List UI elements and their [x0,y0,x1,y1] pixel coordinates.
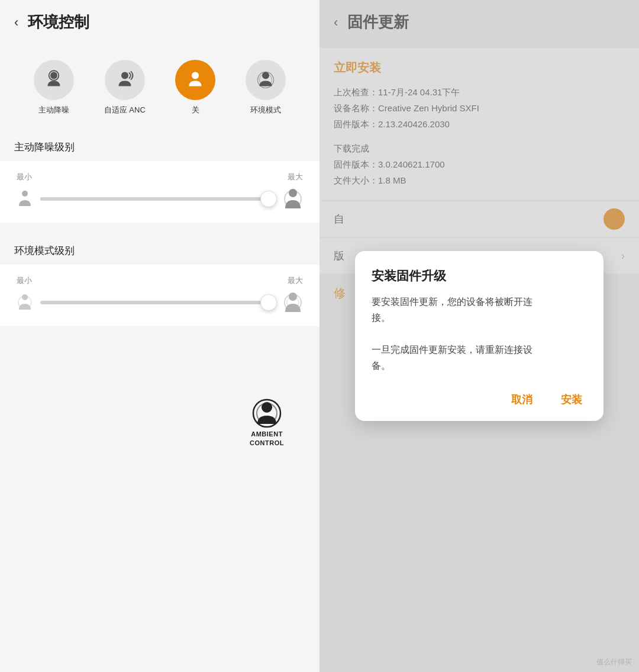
ambient-slider-section: 最小 最大 [0,265,320,326]
mode-adaptive-label: 自适应 ANC [104,105,146,115]
dialog-body: 要安装固件更新，您的设备将被断开连 接。 一旦完成固件更新安装，请重新连接设 备… [372,294,587,374]
svg-point-10 [22,294,28,300]
ambient-slider-thumb[interactable] [260,294,277,311]
dialog-title: 安装固件升级 [372,268,587,284]
anc-slider-section: 最小 最大 [0,161,320,223]
mode-adaptive[interactable]: 自适应 ANC [104,60,146,115]
left-panel: ‹ 环境控制 主动降噪 [0,0,320,672]
ambient-min-label: 最小 [17,275,32,286]
off-icon [185,69,206,91]
ambient-section-title: 环境模式级别 [0,232,320,265]
ambient-slider-left-icon [17,293,33,312]
ambient-minmax: 最小 最大 [17,275,303,286]
ambient-slider-right-icon [283,292,303,313]
left-back-button[interactable]: ‹ [14,15,18,30]
mode-ambient-circle[interactable] [246,60,286,100]
mode-off[interactable]: 关 [175,60,215,115]
dialog-body-line1: 要安装固件更新，您的设备将被断开连 [372,297,532,307]
dialog-actions: 取消 安装 [372,390,587,409]
ambient-max-label: 最大 [288,275,303,286]
svg-point-0 [50,72,57,79]
mode-ambient[interactable]: 环境模式 [246,60,286,115]
right-panel: ‹ 固件更新 立即安装 上次检查：11-7月-24 04.31下午 设备名称：C… [320,0,639,672]
mode-off-label: 关 [192,105,199,115]
dialog-overlay: 安装固件升级 要安装固件更新，您的设备将被断开连 接。 一旦完成固件更新安装，请… [320,0,639,672]
anc-icon [43,69,64,91]
anc-slider-right-icon [283,188,303,210]
left-bottom-empty [0,327,320,672]
anc-slider-left-icon [17,189,33,208]
anc-slider-row [17,188,303,210]
ambient-slider-track[interactable] [40,301,276,304]
firmware-dialog: 安装固件升级 要安装固件更新，您的设备将被断开连 接。 一旦完成固件更新安装，请… [355,251,604,422]
dialog-install-button[interactable]: 安装 [556,390,587,409]
left-header: ‹ 环境控制 [0,0,320,42]
svg-point-2 [121,72,128,79]
dialog-body-line5: 备。 [372,361,390,371]
ambient-mode-icon [255,69,276,91]
dialog-cancel-button[interactable]: 取消 [506,390,537,409]
anc-section-title: 主动降噪级别 [0,128,320,161]
left-title: 环境控制 [28,12,89,33]
dialog-body-line4: 一旦完成固件更新安装，请重新连接设 [372,345,532,355]
mode-anc-circle[interactable] [34,60,74,100]
mode-off-circle[interactable] [175,60,215,100]
anc-slider-thumb[interactable] [260,191,277,207]
mode-selector: 主动降噪 自适应 ANC 关 [9,48,310,120]
mode-adaptive-circle[interactable] [105,60,145,100]
mode-ambient-label: 环境模式 [250,105,281,115]
mode-anc[interactable]: 主动降噪 [34,60,74,115]
svg-point-3 [192,72,199,79]
ambient-control-logo: AMBIENTCONTROL [250,397,284,447]
ambient-control-icon [250,397,283,430]
anc-max-label: 最大 [288,172,303,182]
anc-minmax: 最小 最大 [17,172,303,182]
svg-point-4 [262,72,269,79]
anc-slider-track[interactable] [40,197,276,201]
adaptive-icon [114,69,135,91]
ambient-control-text: AMBIENTCONTROL [250,430,284,447]
ambient-slider-row [17,292,303,313]
mode-anc-label: 主动降噪 [38,105,69,115]
anc-min-label: 最小 [17,172,32,182]
svg-point-7 [22,191,28,197]
dialog-body-line2: 接。 [372,313,390,323]
